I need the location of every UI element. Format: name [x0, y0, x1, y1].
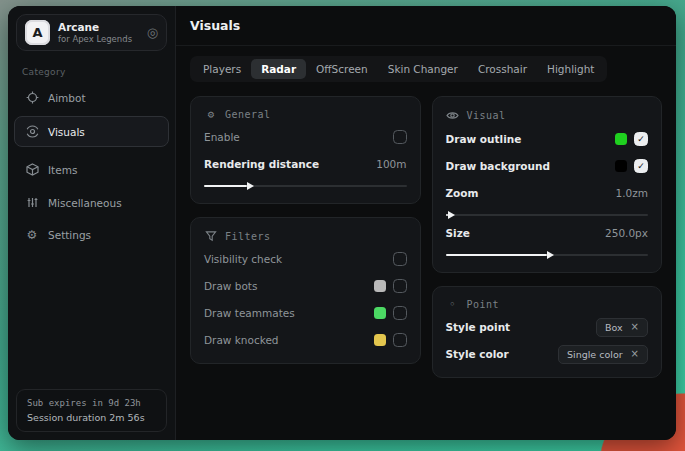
card-title-text: Point — [467, 299, 500, 310]
zoom-label: Zoom — [446, 187, 479, 199]
right-column: Visual Draw outline ✓ Draw background — [432, 96, 663, 378]
subscription-card: Sub expires in 9d 23h Session duration 2… — [16, 389, 167, 432]
draw-background-row: Draw background ✓ — [446, 156, 649, 176]
main-panel: Visuals Players Radar OffScreen Skin Cha… — [176, 6, 676, 440]
sidebar-item-label: Visuals — [48, 126, 85, 138]
visibility-check-row: Visibility check — [204, 249, 407, 269]
draw-background-color-swatch[interactable] — [615, 160, 627, 172]
size-value: 250.0px — [605, 227, 648, 239]
close-icon[interactable]: × — [631, 322, 639, 332]
card-title-text: Visual — [467, 110, 506, 121]
draw-teammates-label: Draw teammates — [204, 307, 295, 319]
visibility-check-checkbox[interactable] — [393, 252, 407, 266]
rendering-distance-row: Rendering distance 100m — [204, 154, 407, 174]
sidebar-item-aimbot[interactable]: Aimbot — [14, 83, 169, 112]
target-icon[interactable]: ◎ — [147, 26, 158, 39]
zoom-value: 1.0zm — [616, 187, 648, 199]
sidebar-item-label: Settings — [48, 229, 91, 241]
visual-card: Visual Draw outline ✓ Draw background — [432, 96, 663, 273]
left-column: ⚙ General Enable Rendering distance 100m — [190, 96, 421, 364]
style-point-label: Style point — [446, 321, 511, 333]
style-color-row: Style color Single color × — [446, 344, 649, 364]
draw-bots-label: Draw bots — [204, 280, 257, 292]
sidebar-item-label: Aimbot — [48, 92, 86, 104]
sidebar-item-visuals[interactable]: Visuals — [14, 116, 169, 147]
chip-label: Single color — [567, 349, 623, 360]
style-color-label: Style color — [446, 348, 509, 360]
app-header-card: A Arcane for Apex Legends ◎ — [16, 14, 167, 51]
tab-skin-changer[interactable]: Skin Changer — [378, 59, 468, 79]
draw-teammates-row: Draw teammates — [204, 303, 407, 323]
category-label: Category — [22, 67, 161, 77]
funnel-icon — [204, 230, 218, 242]
app-subtitle: for Apex Legends — [58, 34, 132, 45]
draw-knocked-label: Draw knocked — [204, 334, 279, 346]
tab-offscreen[interactable]: OffScreen — [306, 59, 378, 79]
style-point-chip[interactable]: Box × — [596, 318, 648, 337]
sidebar-item-miscellaneous[interactable]: Miscellaneous — [14, 188, 169, 217]
sidebar-item-settings[interactable]: ⚙ Settings — [14, 221, 169, 249]
point-card-title: ◦ Point — [446, 299, 649, 310]
style-color-chip[interactable]: Single color × — [558, 345, 648, 364]
point-icon: ◦ — [446, 299, 460, 310]
draw-knocked-checkbox[interactable] — [393, 333, 407, 347]
rendering-distance-slider[interactable] — [204, 185, 407, 187]
style-point-row: Style point Box × — [446, 317, 649, 337]
page-title: Visuals — [190, 18, 240, 33]
sidebar-item-label: Miscellaneous — [48, 197, 122, 209]
draw-background-checkbox[interactable]: ✓ — [634, 159, 648, 173]
slider-thumb[interactable] — [547, 251, 554, 259]
sliders-icon — [25, 196, 39, 209]
draw-teammates-color-swatch[interactable] — [374, 307, 386, 319]
content-columns: ⚙ General Enable Rendering distance 100m — [176, 82, 676, 392]
point-card: ◦ Point Style point Box × Style — [432, 286, 663, 378]
sidebar-item-items[interactable]: Items — [14, 155, 169, 184]
general-card-title: ⚙ General — [204, 109, 407, 120]
enable-checkbox[interactable] — [393, 130, 407, 144]
card-title-text: Filters — [225, 231, 271, 242]
rendering-distance-value: 100m — [376, 158, 406, 170]
size-row: Size 250.0px — [446, 223, 649, 243]
zoom-row: Zoom 1.0zm — [446, 183, 649, 203]
enable-label: Enable — [204, 131, 240, 143]
close-icon[interactable]: × — [631, 349, 639, 359]
eye-scan-icon — [25, 125, 39, 138]
draw-outline-checkbox[interactable]: ✓ — [634, 132, 648, 146]
general-card: ⚙ General Enable Rendering distance 100m — [190, 96, 421, 204]
app-name: Arcane — [58, 21, 132, 34]
filters-card: Filters Visibility check Draw bots — [190, 217, 421, 364]
sub-expiry-text: Sub expires in 9d 23h — [27, 398, 156, 408]
tab-players[interactable]: Players — [193, 59, 251, 79]
draw-teammates-checkbox[interactable] — [393, 306, 407, 320]
draw-bots-color-swatch[interactable] — [374, 280, 386, 292]
tab-radar[interactable]: Radar — [251, 59, 306, 79]
sidebar-nav: Aimbot Visuals Items — [8, 83, 175, 253]
tab-crosshair[interactable]: Crosshair — [468, 59, 537, 79]
slider-thumb[interactable] — [448, 211, 455, 219]
cube-icon — [25, 163, 39, 176]
rendering-distance-label: Rendering distance — [204, 158, 319, 170]
crosshair-icon — [25, 91, 39, 104]
app-window: A Arcane for Apex Legends ◎ Category Aim… — [8, 6, 676, 440]
eye-icon — [446, 109, 460, 122]
session-duration-text: Session duration 2m 56s — [27, 412, 156, 423]
draw-knocked-row: Draw knocked — [204, 330, 407, 350]
chip-label: Box — [605, 322, 623, 333]
zoom-slider[interactable] — [446, 214, 649, 216]
sidebar-item-label: Items — [48, 164, 77, 176]
size-label: Size — [446, 227, 470, 239]
filters-card-title: Filters — [204, 230, 407, 242]
draw-knocked-color-swatch[interactable] — [374, 334, 386, 346]
gear-icon: ⚙ — [204, 109, 218, 120]
main-header: Visuals — [176, 6, 676, 46]
draw-bots-row: Draw bots — [204, 276, 407, 296]
visual-card-title: Visual — [446, 109, 649, 122]
slider-thumb[interactable] — [247, 182, 254, 190]
draw-outline-color-swatch[interactable] — [615, 133, 627, 145]
draw-bots-checkbox[interactable] — [393, 279, 407, 293]
draw-outline-row: Draw outline ✓ — [446, 129, 649, 149]
enable-row: Enable — [204, 127, 407, 147]
tab-highlight[interactable]: Highlight — [537, 59, 604, 79]
size-slider[interactable] — [446, 254, 649, 256]
card-title-text: General — [225, 109, 271, 120]
